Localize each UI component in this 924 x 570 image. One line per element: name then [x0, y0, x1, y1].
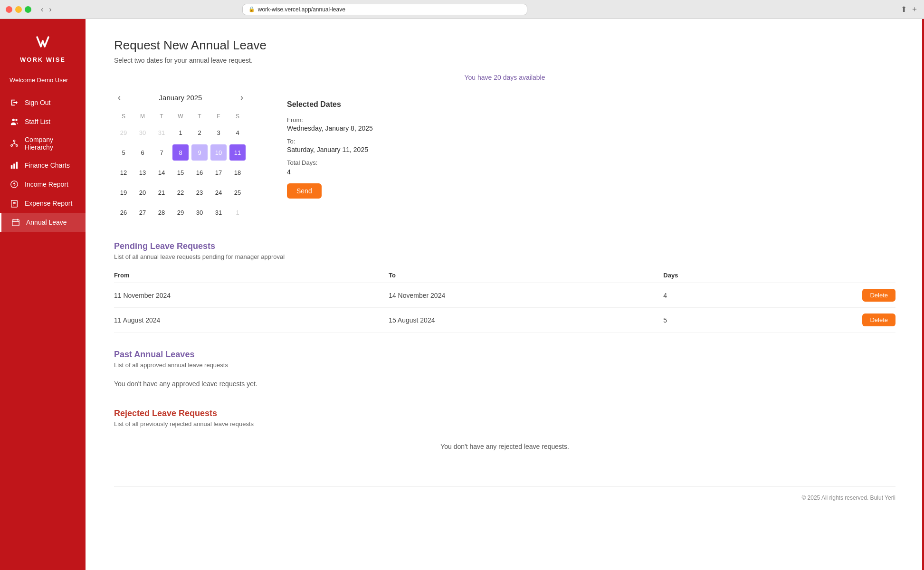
calendar-day[interactable]: 24 — [210, 184, 227, 200]
calendar-day[interactable]: 18 — [229, 164, 246, 180]
calendar-day[interactable]: 12 — [115, 164, 132, 180]
to-label: To: — [287, 138, 373, 145]
calendar-cell: 17 — [209, 162, 228, 182]
calendar-day[interactable]: 9 — [191, 144, 208, 161]
calendar-day[interactable]: 27 — [134, 204, 151, 220]
sidebar-item-staff-list[interactable]: Staff List — [0, 112, 86, 131]
back-button[interactable]: ‹ — [39, 4, 45, 15]
calendar-cell: 1 — [171, 123, 190, 142]
svg-point-0 — [12, 119, 15, 121]
calendar-day[interactable]: 2 — [191, 124, 208, 141]
calendar-day[interactable]: 26 — [115, 204, 132, 220]
calendar: ‹ January 2025 › S M T W T F S — [114, 91, 247, 222]
svg-line-7 — [14, 143, 17, 145]
pending-to: 14 November 2024 — [389, 283, 663, 308]
calendar-day[interactable]: 29 — [115, 124, 132, 141]
calendar-header: ‹ January 2025 › — [114, 91, 247, 104]
pending-section: Pending Leave Requests List of all annua… — [114, 241, 895, 332]
calendar-day[interactable]: 19 — [115, 184, 132, 200]
calendar-day[interactable]: 7 — [153, 144, 170, 161]
calendar-day[interactable]: 4 — [229, 124, 246, 141]
sidebar-item-company-hierarchy[interactable]: Company Hierarchy — [0, 131, 86, 156]
calendar-day[interactable]: 1 — [172, 124, 189, 141]
calendar-day[interactable]: 6 — [134, 144, 151, 161]
maximize-button[interactable] — [25, 6, 31, 13]
svg-point-4 — [16, 145, 18, 147]
calendar-section: ‹ January 2025 › S M T W T F S — [114, 91, 895, 222]
svg-point-3 — [11, 145, 13, 147]
calendar-day[interactable]: 5 — [115, 144, 132, 161]
calendar-day[interactable]: 15 — [172, 164, 189, 180]
calendar-day[interactable]: 16 — [191, 164, 208, 180]
calendar-day[interactable]: 31 — [153, 124, 170, 141]
address-bar[interactable]: 🔒 work-wise.vercel.app/annual-leave — [242, 4, 527, 15]
calendar-cell: 30 — [133, 123, 152, 142]
sidebar-item-annual-leave[interactable]: Annual Leave — [0, 213, 86, 232]
sidebar-item-expense-report[interactable]: Expense Report — [0, 194, 86, 213]
calendar-day[interactable]: 8 — [172, 144, 189, 161]
send-button[interactable]: Send — [287, 183, 322, 199]
dow-fri: F — [209, 110, 228, 123]
sign-out-icon — [10, 98, 19, 107]
delete-button[interactable]: Delete — [862, 289, 895, 302]
col-from: From — [114, 268, 389, 283]
calendar-day[interactable]: 17 — [210, 164, 227, 180]
past-section-desc: List of all approved annual leave reques… — [114, 361, 895, 369]
lock-icon: 🔒 — [248, 6, 255, 12]
calendar-cell: 5 — [114, 142, 133, 162]
sidebar-item-finance-charts[interactable]: Finance Charts — [0, 156, 86, 175]
dow-sun: S — [114, 110, 133, 123]
sidebar: WORK WISE Welcome Demo User Sign Out Sta… — [0, 19, 86, 570]
calendar-day[interactable]: 30 — [134, 124, 151, 141]
delete-button[interactable]: Delete — [862, 314, 895, 326]
calendar-day[interactable]: 31 — [210, 204, 227, 220]
calendar-day[interactable]: 28 — [153, 204, 170, 220]
calendar-day[interactable]: 23 — [191, 184, 208, 200]
calendar-cell: 18 — [228, 162, 247, 182]
calendar-prev-button[interactable]: ‹ — [114, 91, 124, 104]
pending-section-title: Pending Leave Requests — [114, 241, 895, 251]
calendar-day[interactable]: 25 — [229, 184, 246, 200]
calendar-cell: 26 — [114, 202, 133, 222]
url-text: work-wise.vercel.app/annual-leave — [258, 6, 345, 13]
calendar-cell: 30 — [190, 202, 209, 222]
calendar-cell: 8 — [171, 142, 190, 162]
calendar-cell: 28 — [152, 202, 171, 222]
page-subtitle: Select two dates for your annual leave r… — [114, 57, 895, 64]
calendar-day[interactable]: 11 — [229, 144, 246, 161]
minimize-button[interactable] — [15, 6, 22, 13]
from-value: Wednesday, January 8, 2025 — [287, 124, 373, 132]
new-tab-button[interactable]: ＋ — [911, 4, 918, 14]
calendar-day[interactable]: 14 — [153, 164, 170, 180]
browser-chrome: ‹ › 🔒 work-wise.vercel.app/annual-leave … — [0, 0, 924, 19]
calendar-day[interactable]: 22 — [172, 184, 189, 200]
calendar-day[interactable]: 29 — [172, 204, 189, 220]
page-title: Request New Annual Leave — [114, 38, 895, 53]
calendar-day[interactable]: 10 — [210, 144, 227, 161]
pending-days: 4 — [663, 283, 735, 308]
finance-charts-icon — [10, 161, 19, 170]
share-button[interactable]: ⬆ — [901, 4, 907, 14]
calendar-cell: 21 — [152, 182, 171, 202]
calendar-day[interactable]: 30 — [191, 204, 208, 220]
calendar-day[interactable]: 1 — [229, 204, 246, 220]
main-content: Request New Annual Leave Select two date… — [86, 19, 924, 570]
forward-button[interactable]: › — [47, 4, 53, 15]
calendar-next-button[interactable]: › — [237, 91, 247, 104]
pending-section-desc: List of all annual leave requests pendin… — [114, 253, 895, 260]
from-label: From: — [287, 116, 373, 124]
calendar-cell: 29 — [114, 123, 133, 142]
sidebar-label-income-report: Income Report — [25, 180, 68, 188]
close-button[interactable] — [6, 6, 12, 13]
calendar-day[interactable]: 3 — [210, 124, 227, 141]
calendar-day[interactable]: 13 — [134, 164, 151, 180]
past-section: Past Annual Leaves List of all approved … — [114, 350, 895, 391]
sidebar-item-income-report[interactable]: Income Report — [0, 175, 86, 194]
calendar-day[interactable]: 20 — [134, 184, 151, 200]
sidebar-item-sign-out[interactable]: Sign Out — [0, 93, 86, 112]
calendar-cell: 25 — [228, 182, 247, 202]
calendar-cell: 12 — [114, 162, 133, 182]
calendar-day[interactable]: 21 — [153, 184, 170, 200]
footer-text: © 2025 All rights reserved. Bulut Yerli — [801, 494, 895, 501]
rejected-section-title: Rejected Leave Requests — [114, 408, 895, 418]
